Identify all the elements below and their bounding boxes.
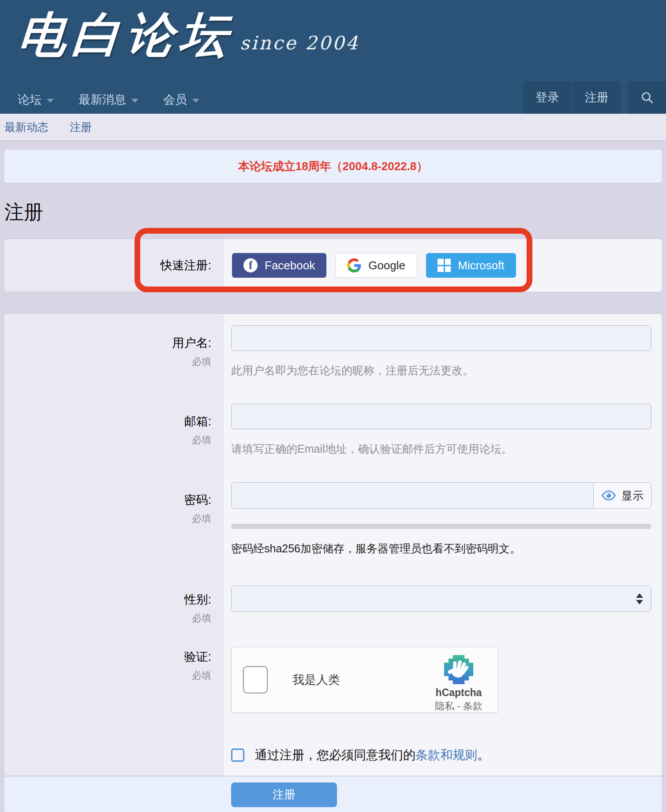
gender-label: 性别: (184, 592, 211, 607)
required-badge: 必填 (192, 512, 211, 525)
page-title: 注册 (4, 199, 662, 225)
facebook-icon: f (243, 258, 258, 272)
password-help: 密码经sha256加密储存，服务器管理员也看不到密码明文。 (231, 541, 651, 556)
microsoft-signup-button[interactable]: Microsoft (426, 253, 516, 278)
quick-register-label: 快速注册: (160, 257, 211, 273)
nav-item-forum[interactable]: 论坛 (18, 92, 54, 108)
username-help: 此用户名即为您在论坛的昵称，注册后无法更改。 (231, 363, 651, 378)
hcaptcha-widget: 我是人类 (231, 647, 498, 713)
email-label: 邮箱: (184, 413, 211, 429)
register-button[interactable]: 注册 (572, 81, 621, 114)
logo-calligraphy-text: 电白论坛 (16, 6, 236, 63)
required-badge: 必填 (192, 669, 211, 682)
nav-item-label: 会员 (163, 92, 187, 108)
microsoft-icon (438, 259, 451, 272)
captcha-label: 验证: (184, 649, 211, 665)
email-label-cell: 邮箱: 必填 (4, 392, 223, 471)
hcaptcha-privacy-terms-links[interactable]: 隐私 - 条款 (430, 700, 487, 713)
chevron-down-icon (47, 99, 54, 103)
password-row: 密码: 必填 显示 密码经sha256加密储存，服务器 (4, 471, 662, 574)
quick-register-panel: 快速注册: f Facebook Google Microsoft (4, 238, 662, 292)
nav-item-latest-news[interactable]: 最新消息 (79, 92, 138, 108)
search-button[interactable] (628, 81, 666, 114)
site-logo[interactable]: 电白论坛 since 2004 (19, 6, 359, 63)
registration-form: 用户名: 必填 此用户名即为您在论坛的昵称，注册后无法更改。 邮箱: 必填 请填… (4, 313, 662, 812)
main-navbar: 论坛 最新消息 会员 登录 注册 (0, 86, 666, 114)
username-label: 用户名: (172, 335, 211, 351)
password-label-cell: 密码: 必填 (4, 471, 223, 574)
username-label-cell: 用户名: 必填 (4, 314, 223, 392)
captcha-row: 验证: 必填 我是人类 (4, 636, 662, 741)
eye-icon (601, 490, 616, 501)
facebook-button-label: Facebook (265, 259, 315, 272)
anniversary-notice: 本论坛成立18周年（2004.8-2022.8） (4, 149, 662, 183)
hcaptcha-logo (442, 653, 475, 686)
facebook-signup-button[interactable]: f Facebook (232, 253, 326, 278)
google-icon (347, 258, 361, 272)
terms-checkbox[interactable] (231, 749, 244, 762)
search-icon (640, 91, 654, 104)
email-help: 请填写正确的Email地址，确认验证邮件后方可使用论坛。 (231, 442, 651, 456)
select-updown-icon (636, 593, 643, 604)
nav-item-label: 最新消息 (79, 92, 126, 108)
quick-register-label-cell: 快速注册: (4, 239, 223, 292)
google-button-label: Google (368, 259, 405, 272)
required-badge: 必填 (192, 434, 211, 447)
form-footer: 注册 (4, 776, 662, 812)
chevron-down-icon (131, 99, 138, 103)
gender-label-cell: 性别: 必填 (4, 574, 223, 636)
username-input[interactable] (231, 325, 651, 351)
password-strength-bar (231, 524, 651, 529)
email-row: 邮箱: 必填 请填写正确的Email地址，确认验证邮件后方可使用论坛。 (4, 392, 662, 471)
logo-tagline: since 2004 (240, 32, 359, 54)
username-row: 用户名: 必填 此用户名即为您在论坛的昵称，注册后无法更改。 (4, 314, 662, 392)
gender-select[interactable] (231, 585, 651, 612)
gender-row: 性别: 必填 (4, 574, 662, 636)
hcaptcha-checkbox-label: 我是人类 (292, 672, 340, 688)
show-password-button[interactable]: 显示 (594, 483, 651, 508)
hcaptcha-brand-text: hCaptcha (430, 687, 487, 699)
breadcrumb-register[interactable]: 注册 (70, 120, 92, 134)
hand-icon (446, 657, 471, 682)
terms-row: 通过注册，您必须同意我们的条款和规则。 (4, 741, 662, 776)
email-input[interactable] (231, 404, 651, 429)
chevron-down-icon (192, 99, 199, 103)
nav-item-label: 论坛 (18, 92, 41, 108)
nav-item-members[interactable]: 会员 (163, 92, 199, 108)
terms-and-rules-link[interactable]: 条款和规则 (415, 748, 477, 762)
password-label: 密码: (184, 492, 211, 508)
site-header: 电白论坛 since 2004 论坛 最新消息 会员 登录 注册 (0, 0, 666, 114)
breadcrumb: 最新动态 注册 (0, 114, 666, 141)
terms-text: 通过注册，您必须同意我们的条款和规则。 (255, 747, 490, 764)
show-password-label: 显示 (621, 488, 644, 503)
terms-label-cell (4, 741, 223, 776)
hcaptcha-checkbox[interactable] (243, 666, 268, 693)
microsoft-button-label: Microsoft (458, 259, 504, 272)
anniversary-notice-text: 本论坛成立18周年（2004.8-2022.8） (238, 159, 428, 174)
required-badge: 必填 (192, 355, 211, 369)
login-button[interactable]: 登录 (523, 81, 572, 114)
google-signup-button[interactable]: Google (335, 253, 417, 278)
submit-register-button[interactable]: 注册 (231, 782, 337, 807)
captcha-label-cell: 验证: 必填 (4, 636, 223, 741)
password-input[interactable] (232, 483, 594, 508)
breadcrumb-latest[interactable]: 最新动态 (4, 120, 49, 134)
required-badge: 必填 (192, 612, 211, 625)
